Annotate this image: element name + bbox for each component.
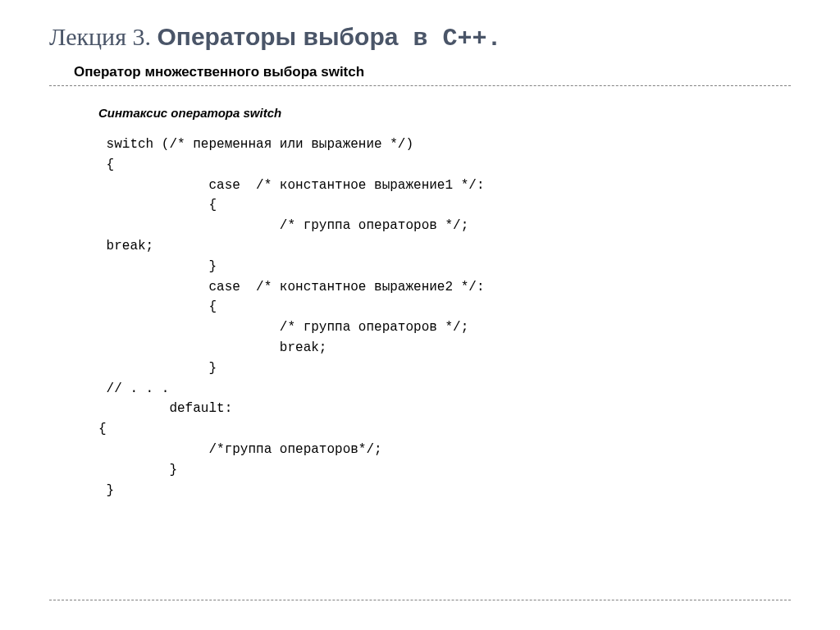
code-block: switch (/* переменная или выражение */) … (98, 135, 791, 500)
title-bold: Операторы выбора (157, 23, 398, 50)
title-light: Лекция 3. (49, 23, 157, 50)
divider-bottom (49, 600, 791, 600)
syntax-title: Синтаксис оператора switch (98, 106, 791, 120)
title-bold-mono: в С++. (398, 25, 501, 52)
subtitle: Оператор множественного выбора switch (74, 64, 791, 80)
divider-top (49, 85, 791, 86)
slide-title: Лекция 3. Операторы выбора в С++. (49, 23, 791, 52)
